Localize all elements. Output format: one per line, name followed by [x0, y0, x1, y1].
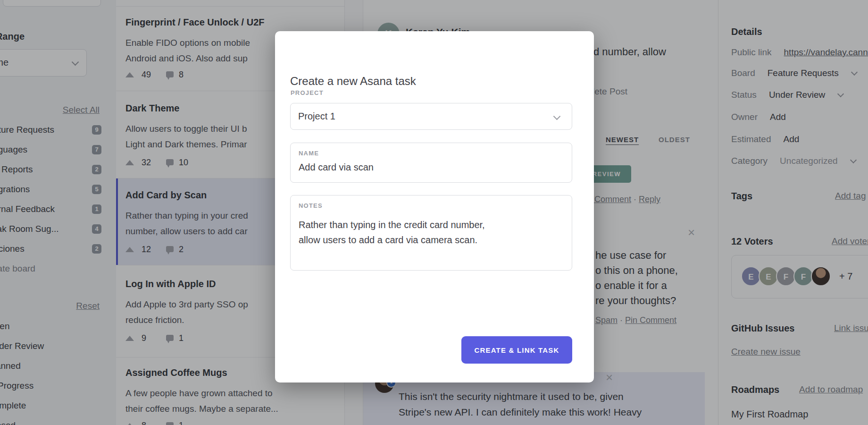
task-notes-value: Rather than typing in the credit card nu…: [299, 217, 485, 247]
notes-label: NOTES: [299, 202, 323, 209]
project-select-value: Project 1: [298, 111, 335, 122]
chevron-down-icon: [553, 113, 561, 120]
project-label: PROJECT: [291, 89, 324, 96]
modal-title: Create a new Asana task: [290, 75, 416, 88]
create-link-task-button[interactable]: CREATE & LINK TASK: [461, 336, 572, 364]
name-label: NAME: [299, 150, 319, 157]
task-name-value: Add card via scan: [299, 162, 374, 173]
create-asana-task-modal: Create a new Asana task PROJECT Project …: [275, 31, 594, 382]
task-name-field[interactable]: NAME Add card via scan: [290, 143, 572, 183]
project-select[interactable]: Project 1: [290, 103, 572, 130]
app-window: Date Range All Time Select All Feature R…: [0, 0, 868, 425]
task-notes-field[interactable]: NOTES Rather than typing in the credit c…: [290, 195, 572, 271]
